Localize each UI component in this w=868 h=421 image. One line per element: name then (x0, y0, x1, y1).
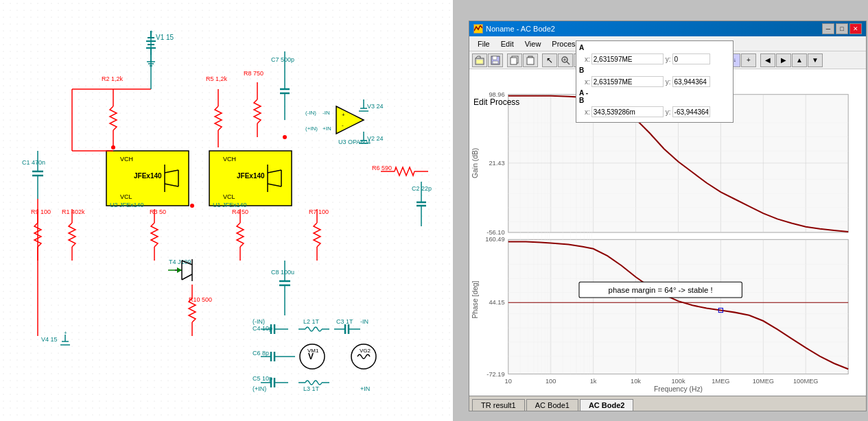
window-title: Noname - AC Bode2 (486, 25, 555, 33)
tab-tr-result1[interactable]: TR result1 (472, 399, 525, 411)
svg-text:C8 100u: C8 100u (271, 269, 294, 276)
cursor-ab-label: A - B (579, 89, 591, 104)
svg-text:C4 10p: C4 10p (253, 325, 272, 332)
svg-text:+IN: +IN (322, 125, 331, 132)
minimize-button[interactable]: ─ (822, 23, 834, 34)
svg-text:R7 100: R7 100 (309, 208, 329, 215)
cursor-panel: A x: y: B x: y: A - B x: y: (576, 40, 734, 123)
svg-text:(-IN): (-IN) (253, 318, 265, 325)
menu-edit[interactable]: Edit (495, 38, 519, 49)
svg-text:JFEx140: JFEx140 (237, 172, 265, 180)
svg-text:JFEx140: JFEx140 (134, 172, 162, 180)
svg-rect-157 (476, 60, 483, 64)
svg-text:10: 10 (505, 378, 512, 385)
cursor-ab-y-input[interactable] (672, 106, 710, 117)
svg-text:Phase [deg]: Phase [deg] (471, 280, 479, 318)
cursor-a-x-label: x: (585, 56, 590, 63)
svg-text:(+IN): (+IN) (305, 125, 318, 132)
scroll-left-button[interactable]: ◀ (760, 53, 775, 67)
svg-text:V1 15: V1 15 (156, 34, 174, 41)
svg-text:-: - (342, 122, 344, 128)
copy-button[interactable] (507, 53, 522, 67)
scroll-up-button[interactable]: ▲ (792, 53, 807, 67)
svg-text:-56.10: -56.10 (486, 229, 504, 236)
cursor-b-y-label: y: (666, 78, 671, 86)
svg-text:(-IN): (-IN) (305, 110, 316, 116)
open-button[interactable] (472, 53, 487, 67)
svg-text:V4 15: V4 15 (41, 336, 58, 343)
cursor-a-y-input[interactable] (672, 53, 710, 64)
svg-text:C1 470n: C1 470n (22, 159, 45, 166)
cursor-ab-y-label: y: (666, 108, 671, 116)
cursor-b-x-input[interactable] (591, 76, 664, 87)
tab-ac-bode1[interactable]: AC Bode1 (526, 399, 578, 411)
save-button[interactable] (488, 53, 503, 67)
svg-text:C6 8p: C6 8p (253, 350, 269, 357)
svg-text:-IN: -IN (360, 318, 368, 325)
cursor-a-label: A (579, 44, 591, 51)
bode-window: Noname - AC Bode2 ─ □ ✕ A x: y: B x: y: (469, 21, 867, 411)
cursor-ab-x-label: x: (585, 108, 590, 116)
svg-line-166 (567, 62, 570, 64)
svg-text:R8 750: R8 750 (244, 70, 263, 77)
cursor-ab-x-input[interactable] (591, 106, 664, 117)
cursor-b-x-label: x: (585, 78, 590, 86)
svg-text:-72.19: -72.19 (486, 371, 504, 378)
window-controls: ─ □ ✕ (822, 23, 862, 34)
svg-rect-164 (527, 58, 534, 64)
svg-text:R1 402k: R1 402k (62, 208, 85, 215)
add-cursor-button[interactable]: + (741, 53, 756, 67)
close-button[interactable]: ✕ (849, 23, 862, 34)
svg-text:C7 500p: C7 500p (271, 56, 294, 63)
svg-rect-159 (493, 56, 497, 60)
title-bar: Noname - AC Bode2 ─ □ ✕ (469, 21, 866, 36)
svg-text:-IN: -IN (322, 110, 330, 116)
cursor-b-y-input[interactable] (672, 76, 710, 87)
tab-ac-bode2[interactable]: AC Bode2 (580, 399, 634, 411)
svg-text:100k: 100k (671, 378, 685, 385)
svg-text:10MEG: 10MEG (753, 378, 774, 385)
maximize-button[interactable]: □ (836, 23, 848, 34)
svg-point-153 (111, 145, 115, 149)
svg-text:100: 100 (546, 378, 556, 385)
svg-rect-160 (493, 61, 498, 64)
paste-button[interactable] (523, 53, 538, 67)
svg-point-155 (283, 135, 287, 139)
svg-text:+: + (64, 330, 67, 336)
svg-text:R5 1,2k: R5 1,2k (206, 75, 228, 82)
svg-text:V2 24: V2 24 (367, 135, 384, 142)
svg-text:44.15: 44.15 (489, 299, 504, 306)
cursor-a-x-input[interactable] (591, 53, 664, 64)
svg-text:U3 OPA604: U3 OPA604 (338, 139, 371, 145)
svg-text:1MEG: 1MEG (712, 378, 729, 385)
svg-text:VCH: VCH (120, 156, 133, 163)
menu-file[interactable]: File (472, 38, 495, 49)
svg-text:21.43: 21.43 (489, 160, 504, 167)
svg-text:R6 590: R6 590 (372, 165, 392, 171)
scroll-down-button[interactable]: ▼ (808, 53, 823, 67)
svg-text:Frequency (Hz): Frequency (Hz) (654, 385, 703, 393)
svg-text:+IN: +IN (360, 385, 370, 392)
svg-text:VM1: VM1 (307, 348, 319, 354)
svg-text:C3 1T: C3 1T (336, 318, 353, 325)
svg-text:VCL: VCL (120, 193, 132, 200)
svg-rect-162 (511, 58, 517, 64)
svg-text:VCH: VCH (223, 156, 236, 163)
svg-point-154 (190, 204, 194, 208)
cursor-a-y-label: y: (666, 56, 671, 63)
tab-bar: TR result1 AC Bode1 AC Bode2 (469, 396, 866, 411)
svg-text:L2 1T: L2 1T (303, 318, 320, 325)
scroll-right-button[interactable]: ▶ (776, 53, 791, 67)
zoom-in-button[interactable] (558, 53, 573, 67)
cursor-b-label: B (579, 67, 591, 74)
edit-process-label: Edit Process (473, 97, 519, 107)
svg-text:U1 JFEx140: U1 JFEx140 (213, 202, 247, 208)
svg-text:VCL: VCL (223, 193, 235, 200)
svg-text:U2 JFEx140: U2 JFEx140 (110, 202, 144, 208)
cursor-tool-button[interactable]: ↖ (542, 53, 557, 67)
menu-view[interactable]: View (519, 38, 547, 49)
svg-text:L3 1T: L3 1T (303, 385, 320, 392)
svg-text:Gain (dB): Gain (dB) (471, 148, 479, 178)
svg-text:V3 24: V3 24 (367, 103, 384, 110)
window-icon (473, 24, 483, 34)
